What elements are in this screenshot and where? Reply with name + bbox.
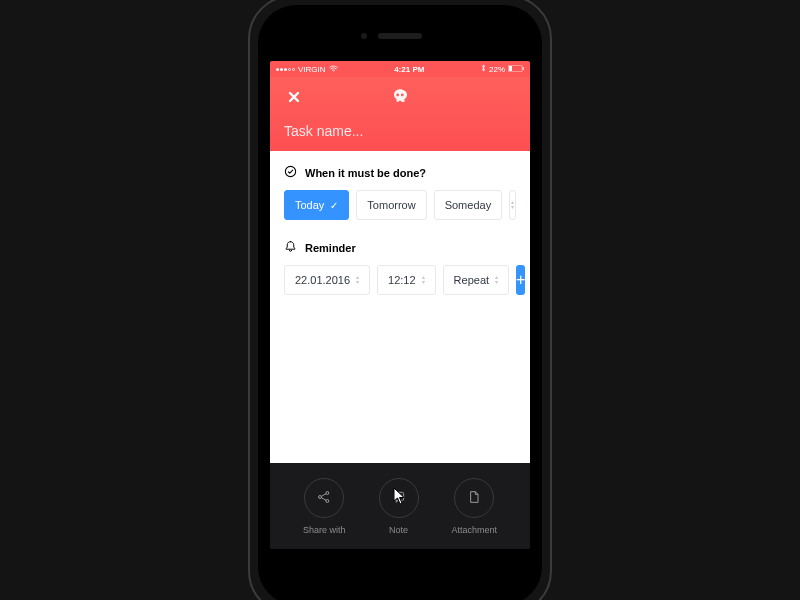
when-someday-button[interactable]: Someday bbox=[434, 190, 502, 220]
up-down-icon: ▴▾ bbox=[495, 275, 498, 285]
bluetooth-icon bbox=[481, 64, 486, 74]
battery-icon bbox=[508, 65, 524, 74]
carrier-label: VIRGIN bbox=[298, 65, 326, 74]
reminder-date-picker[interactable]: 22.01.2016 ▴▾ bbox=[284, 265, 370, 295]
phone-shell: VIRGIN 4:21 PM 22% bbox=[258, 5, 542, 600]
up-down-icon: ▴▾ bbox=[422, 275, 425, 285]
svg-point-5 bbox=[319, 495, 322, 498]
phone-camera bbox=[361, 33, 367, 39]
reminder-row: 22.01.2016 ▴▾ 12:12 ▴▾ Repeat ▴▾ + bbox=[284, 265, 516, 295]
svg-point-6 bbox=[326, 491, 329, 494]
reminder-time-value: 12:12 bbox=[388, 274, 416, 286]
check-circle-icon bbox=[284, 165, 297, 180]
reminder-repeat-value: Repeat bbox=[454, 274, 489, 286]
checkmark-icon: ✓ bbox=[330, 200, 338, 211]
wifi-icon bbox=[329, 65, 338, 74]
attachment-button[interactable]: Attachment bbox=[451, 478, 497, 535]
signal-dots-icon bbox=[276, 68, 295, 71]
phone-frame: VIRGIN 4:21 PM 22% bbox=[248, 0, 552, 600]
when-today-button[interactable]: Today ✓ bbox=[284, 190, 349, 220]
when-more-button[interactable]: ▴▾ bbox=[509, 190, 516, 220]
bell-icon bbox=[284, 240, 297, 255]
skull-logo-icon bbox=[390, 86, 410, 106]
note-button[interactable]: Note bbox=[379, 478, 419, 535]
attachment-icon bbox=[466, 489, 482, 507]
reminder-label: Reminder bbox=[305, 242, 356, 254]
when-tomorrow-button[interactable]: Tomorrow bbox=[356, 190, 426, 220]
battery-pct-label: 22% bbox=[489, 65, 505, 74]
phone-speaker bbox=[378, 33, 422, 39]
clock-label: 4:21 PM bbox=[394, 65, 424, 74]
content-area: When it must be done? Today ✓ Tomorrow S… bbox=[270, 151, 530, 463]
close-button[interactable] bbox=[284, 87, 304, 107]
when-label: When it must be done? bbox=[305, 167, 426, 179]
task-name-input[interactable]: Task name... bbox=[284, 123, 516, 139]
svg-rect-3 bbox=[509, 66, 512, 71]
svg-rect-8 bbox=[394, 492, 403, 500]
note-icon bbox=[391, 489, 407, 507]
app-header: Task name... bbox=[270, 77, 530, 151]
plus-icon: + bbox=[516, 271, 525, 289]
share-icon bbox=[316, 489, 332, 507]
reminder-date-value: 22.01.2016 bbox=[295, 274, 350, 286]
reminder-time-picker[interactable]: 12:12 ▴▾ bbox=[377, 265, 436, 295]
note-label: Note bbox=[389, 525, 408, 535]
when-today-label: Today bbox=[295, 199, 324, 211]
app-screen: VIRGIN 4:21 PM 22% bbox=[270, 61, 530, 549]
reminder-section: Reminder bbox=[284, 240, 516, 255]
svg-point-4 bbox=[285, 166, 295, 176]
attachment-label: Attachment bbox=[451, 525, 497, 535]
footer-bar: Share with Note At bbox=[270, 463, 530, 549]
status-bar: VIRGIN 4:21 PM 22% bbox=[270, 61, 530, 77]
share-label: Share with bbox=[303, 525, 346, 535]
reminder-add-button[interactable]: + bbox=[516, 265, 525, 295]
reminder-repeat-picker[interactable]: Repeat ▴▾ bbox=[443, 265, 509, 295]
svg-point-0 bbox=[333, 70, 334, 71]
when-options: Today ✓ Tomorrow Someday ▴▾ bbox=[284, 190, 516, 220]
when-tomorrow-label: Tomorrow bbox=[367, 199, 415, 211]
up-down-icon: ▴▾ bbox=[356, 275, 359, 285]
up-down-icon: ▴▾ bbox=[511, 200, 514, 210]
svg-rect-2 bbox=[523, 67, 524, 70]
when-section: When it must be done? bbox=[284, 165, 516, 180]
when-someday-label: Someday bbox=[445, 199, 491, 211]
share-with-button[interactable]: Share with bbox=[303, 478, 346, 535]
svg-point-7 bbox=[326, 499, 329, 502]
